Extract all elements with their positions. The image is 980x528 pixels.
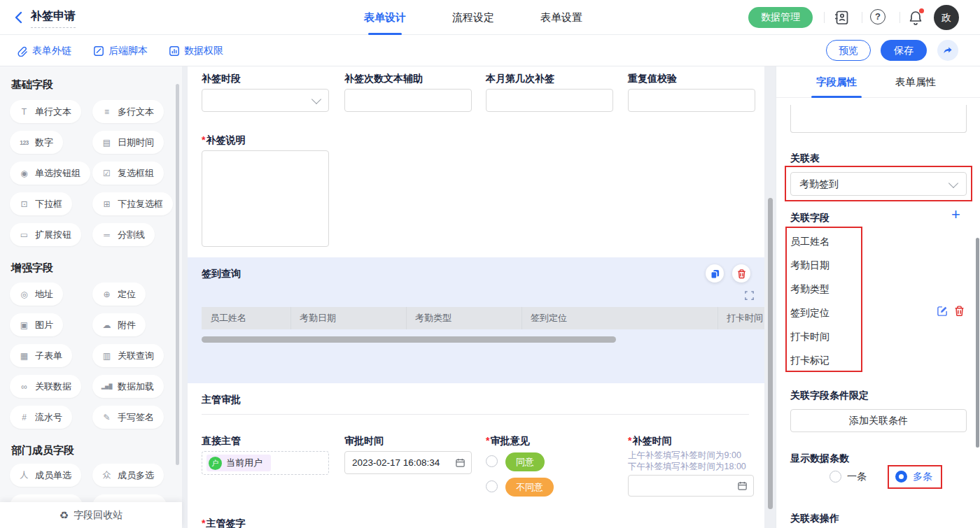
related-query-icon: ▥ <box>101 351 113 361</box>
sidebar-item-extend-button[interactable]: ▭扩展按钮 <box>10 223 81 246</box>
chevron-down-icon <box>948 178 958 188</box>
multi-record-radio[interactable] <box>895 471 907 483</box>
sidebar-scrollbar[interactable] <box>176 84 179 465</box>
sidebar-item-datetime[interactable]: ▤日期时间 <box>92 131 164 154</box>
expand-icon[interactable] <box>744 290 755 301</box>
resign-remark-textarea[interactable] <box>202 150 329 247</box>
tab-field-properties[interactable]: 字段属性 <box>816 66 857 98</box>
disagree-radio[interactable] <box>486 480 498 492</box>
resign-time-hint-1: 上午补签填写补签时间为9:00 <box>628 450 741 462</box>
related-field-item[interactable]: 员工姓名 <box>790 236 830 248</box>
link-label: 数据权限 <box>184 45 223 57</box>
sidebar-item-dropdown[interactable]: ⊡下拉框 <box>10 192 72 215</box>
user-tag-label: 当前用户 <box>226 457 262 469</box>
user-avatar[interactable]: 政 <box>934 5 959 30</box>
multi-record-label[interactable]: 多条 <box>913 471 932 483</box>
copy-widget-button[interactable] <box>706 264 724 283</box>
backend-script-button[interactable]: 后端脚本 <box>93 35 148 66</box>
approval-group-title: 主管审批 <box>202 394 241 406</box>
related-field-item[interactable]: 考勤类型 <box>790 283 830 296</box>
edit-fields-button[interactable] <box>937 305 948 317</box>
sidebar-item-data-load[interactable]: ▂▅█数据加载 <box>92 375 164 398</box>
sidebar-item-member-multi[interactable]: 众成员多选 <box>92 464 164 487</box>
data-permission-button[interactable]: 数据权限 <box>169 35 223 66</box>
single-record-label[interactable]: 一条 <box>847 471 867 483</box>
single-record-radio[interactable] <box>830 471 841 483</box>
sidebar-item-multi-line-text[interactable]: ≡多行文本 <box>92 100 164 123</box>
section-title-member-fields: 部门成员字段 <box>11 444 74 457</box>
column-header: 打卡时间 <box>718 307 764 329</box>
duplicate-check-input[interactable] <box>628 89 755 112</box>
sidebar-item-address[interactable]: ◎地址 <box>10 283 63 306</box>
sidebar-item-signature[interactable]: ✎手写签名 <box>92 406 164 429</box>
sidebar-item-checkbox-group[interactable]: ☑复选框组 <box>92 162 164 185</box>
nth-resign-input[interactable] <box>486 89 613 112</box>
tab-flow-setting[interactable]: 流程设定 <box>452 0 494 35</box>
delete-widget-button[interactable] <box>732 264 750 283</box>
preview-button[interactable]: 预览 <box>826 40 871 61</box>
signin-query-section[interactable]: 签到查询 员工姓名 考勤日期 考勤类型 签到定位 打卡时间 <box>188 257 764 383</box>
number-icon: 123 <box>18 139 30 146</box>
current-user-tag[interactable]: 户 当前用户 <box>206 455 271 471</box>
tab-form-properties[interactable]: 表单属性 <box>895 66 936 98</box>
related-data-icon: ∞ <box>18 382 30 392</box>
agree-radio[interactable] <box>486 455 498 467</box>
related-field-item[interactable]: 打卡标记 <box>790 355 830 367</box>
sidebar-item-member-single[interactable]: 人成员单选 <box>10 464 81 487</box>
contacts-book-icon[interactable] <box>833 9 850 26</box>
sidebar-item-attachment[interactable]: ☁附件 <box>92 313 146 336</box>
field-recycle-bin-button[interactable]: ♻ 字段回收站 <box>0 502 182 528</box>
add-field-icon[interactable]: + <box>951 206 960 224</box>
top-bar: 补签申请 表单设计 流程设定 表单设置 数据管理 ? 政 <box>0 0 980 35</box>
sidebar-item-single-line-text[interactable]: T单行文本 <box>10 100 81 123</box>
trash-icon <box>953 305 965 317</box>
sidebar-item-number[interactable]: 123数字 <box>10 131 63 154</box>
resign-period-select[interactable] <box>202 89 329 112</box>
approve-time-input[interactable]: 2023-02-17 16:08:34 <box>344 451 472 474</box>
help-icon[interactable]: ? <box>870 9 886 24</box>
resign-time-input[interactable] <box>628 475 754 497</box>
resign-count-helper-input[interactable] <box>344 89 472 112</box>
sidebar-item-divider[interactable]: ═分割线 <box>92 223 155 246</box>
sidebar-item-subform[interactable]: ▦子表单 <box>10 344 72 367</box>
back-button[interactable] <box>11 10 27 25</box>
related-fields-label: 关联字段 <box>790 212 830 224</box>
agree-option-pill[interactable]: 同意 <box>505 452 545 471</box>
page-title[interactable]: 补签申请 <box>31 9 76 28</box>
tab-form-setting[interactable]: 表单设置 <box>540 0 582 35</box>
table-horizontal-scrollbar[interactable] <box>202 336 616 343</box>
related-field-item[interactable]: 考勤日期 <box>790 259 830 272</box>
sidebar-item-serial-number[interactable]: #流水号 <box>10 406 72 429</box>
sidebar-item-related-query[interactable]: ▥关联查询 <box>92 344 164 367</box>
canvas-scrollbar[interactable] <box>768 198 773 509</box>
related-field-item[interactable]: 打卡时间 <box>790 331 830 343</box>
data-manage-button[interactable]: 数据管理 <box>748 7 813 28</box>
tab-form-design[interactable]: 表单设计 <box>364 0 406 35</box>
direct-manager-field[interactable]: 户 当前用户 <box>202 451 329 475</box>
delete-fields-button[interactable] <box>953 305 965 317</box>
share-button[interactable] <box>937 40 958 61</box>
sidebar-item-image[interactable]: ▣图片 <box>10 313 63 336</box>
disagree-option-pill[interactable]: 不同意 <box>505 478 554 497</box>
sidebar-item-radio-group[interactable]: ◉单选按钮组 <box>10 162 90 185</box>
save-button[interactable]: 保存 <box>881 40 927 61</box>
related-field-item[interactable]: 签到定位 <box>790 307 830 320</box>
add-condition-button[interactable]: 添加关联条件 <box>790 409 967 432</box>
sidebar-item-multi-dropdown[interactable]: ⊞下拉复选框 <box>92 192 173 215</box>
panel-scrollbar[interactable] <box>976 238 979 448</box>
edit-icon <box>937 305 948 317</box>
sidebar-item-related-data[interactable]: ∞关联数据 <box>10 375 81 398</box>
person-icon: 人 <box>18 469 30 481</box>
share-arrow-icon <box>942 45 953 56</box>
divider <box>862 12 862 23</box>
annotation-box-related-fields <box>785 227 862 372</box>
divider <box>899 12 900 23</box>
item-label: 图片 <box>35 319 53 331</box>
form-external-link-button[interactable]: 表单外链 <box>17 35 71 66</box>
recycle-icon: ♻ <box>59 509 69 522</box>
trash-icon <box>736 269 747 279</box>
related-table-select[interactable]: 考勤签到 <box>790 172 967 196</box>
sidebar-item-location[interactable]: ⊕定位 <box>92 283 146 306</box>
field-library-sidebar: 基础字段 T单行文本 ≡多行文本 123数字 ▤日期时间 ◉单选按钮组 ☑复选框… <box>0 66 182 528</box>
title-input-partial[interactable] <box>790 105 967 133</box>
